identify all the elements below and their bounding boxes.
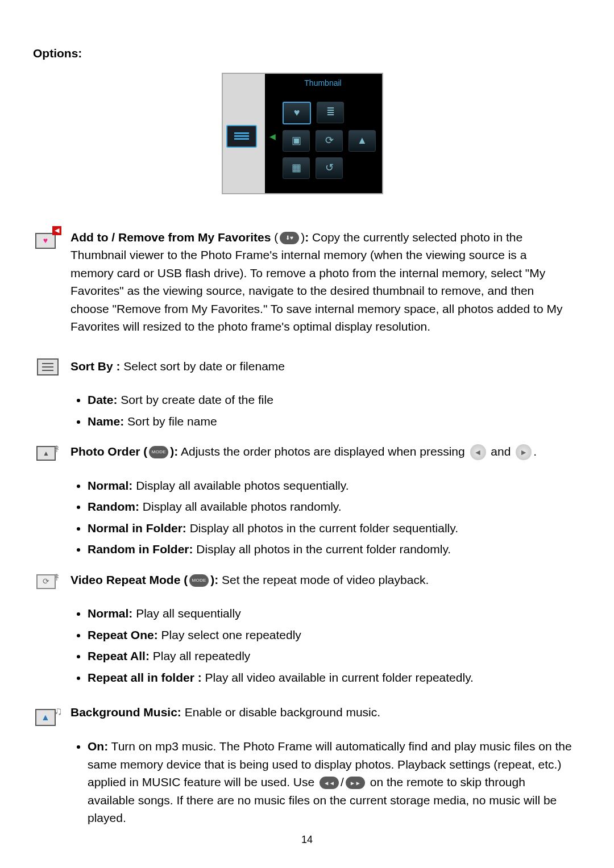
favorites-body: Copy the currently selected photo in the… — [70, 231, 562, 333]
mode-pill-icon: MODE — [189, 574, 209, 587]
bgmusic-heading: Background Music: — [70, 706, 181, 719]
favorites-heading: Add to / Remove from My Favorites — [70, 231, 271, 244]
photoorder-list: Normal: Display all available photos seq… — [33, 477, 572, 558]
grid-cell: ≣ — [317, 102, 344, 123]
list-item: Random in Folder: Display all photos in … — [88, 540, 572, 558]
page-title: Options: — [33, 44, 572, 62]
sortby-heading: Sort By : — [70, 360, 121, 373]
page-number: 14 — [0, 832, 614, 848]
videorepeat-paragraph: Video Repeat Mode (MODE): Set the repeat… — [70, 571, 572, 589]
list-item: Repeat all in folder : Play all video av… — [88, 669, 572, 687]
video-repeat-icon: ⟳↟ — [33, 571, 63, 589]
next-nav-icon: ► — [516, 444, 532, 460]
bgmusic-list: On: Turn on mp3 music. The Photo Frame w… — [33, 737, 572, 827]
prev-nav-icon: ◄ — [470, 444, 486, 460]
videorepeat-list: Normal: Play all sequentially Repeat One… — [33, 604, 572, 686]
photo-order-icon: ▲↟ — [33, 443, 63, 461]
list-item: Normal: Play all sequentially — [88, 604, 572, 623]
grid-cell: ▣ — [283, 130, 310, 152]
grid-cell: ♥ — [283, 102, 311, 124]
list-item: Normal: Display all available photos seq… — [88, 477, 572, 495]
list-item: Name: Sort by file name — [88, 412, 572, 431]
mode-pill-icon: MODE — [149, 446, 168, 458]
bgmusic-paragraph: Background Music: Enable or disable back… — [70, 703, 572, 721]
list-item: On: Turn on mp3 music. The Photo Frame w… — [88, 737, 572, 827]
favorites-paragraph: Add to / Remove from My Favorites (⬇♥): … — [70, 228, 572, 336]
grid-cell: ⟳ — [316, 130, 343, 152]
bgmusic-body: Enable or disable background music. — [181, 706, 380, 719]
grid-cell: ↺ — [316, 157, 343, 179]
photoorder-paragraph: Photo Order (MODE): Adjusts the order ph… — [70, 443, 572, 461]
list-item: Random: Display all available photos ran… — [88, 498, 572, 516]
background-music-icon: ▲♫ — [33, 703, 63, 726]
photoorder-heading: Photo Order ( — [70, 445, 147, 458]
sortby-body: Select sort by date or filename — [121, 360, 285, 373]
list-item: Repeat All: Play all repeatedly — [88, 647, 572, 665]
videorepeat-heading: Video Repeat Mode ( — [70, 573, 188, 586]
arrow-left-icon: ◀ — [269, 131, 276, 143]
grid-cell: ▲ — [349, 130, 376, 152]
sort-icon — [33, 357, 63, 375]
sortby-list: Date: Sort by create date of the file Na… — [33, 391, 572, 430]
videorepeat-body: Set the repeat mode of video playback. — [218, 573, 429, 586]
list-item: Normal in Folder: Display all photos in … — [88, 519, 572, 537]
heart-pill-icon: ⬇♥ — [280, 232, 299, 244]
photoorder-body: Adjusts the order photos are displayed w… — [178, 445, 468, 458]
sortby-paragraph: Sort By : Select sort by date or filenam… — [70, 357, 572, 375]
list-item: Date: Sort by create date of the file — [88, 391, 572, 409]
skip-back-pill-icon: ◄◄ — [320, 777, 339, 789]
thumbnail-screenshot: ◀ Thumbnail ♥ ≣ ▣ ⟳ ▲ ▦ ↺ — [33, 73, 572, 194]
favorites-icon: ♥◀ — [33, 228, 63, 249]
thumbnail-title: Thumbnail — [267, 77, 379, 89]
grid-cell: ▦ — [283, 157, 310, 179]
skip-forward-pill-icon: ►► — [346, 777, 365, 789]
list-item: Repeat One: Play select one repeatedly — [88, 626, 572, 644]
